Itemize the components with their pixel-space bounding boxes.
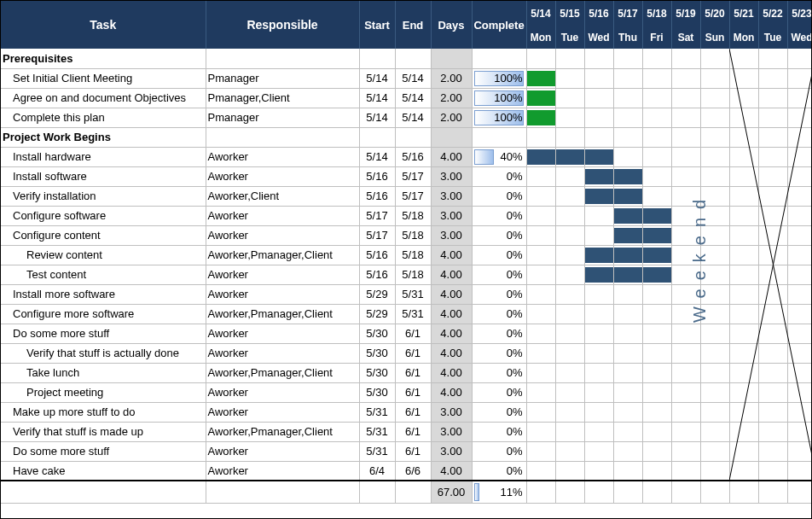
- gantt-cell[interactable]: [555, 284, 584, 304]
- gantt-cell[interactable]: [642, 206, 671, 225]
- table-row[interactable]: Verify installation Aworker,Client 5/16 …: [1, 186, 812, 206]
- gantt-cell[interactable]: [642, 363, 671, 382]
- gantt-cell[interactable]: [555, 225, 584, 245]
- gantt-cell[interactable]: [729, 461, 758, 481]
- gantt-cell[interactable]: [787, 343, 812, 363]
- gantt-cell[interactable]: [526, 49, 555, 68]
- gantt-cell[interactable]: [758, 324, 787, 343]
- gantt-cell[interactable]: [613, 245, 642, 265]
- gantt-cell[interactable]: [642, 166, 671, 186]
- gantt-cell[interactable]: [787, 304, 812, 324]
- gantt-cell[interactable]: [613, 304, 642, 324]
- gantt-cell[interactable]: [700, 441, 729, 461]
- gantt-cell[interactable]: [555, 382, 584, 402]
- gantt-cell[interactable]: [526, 363, 555, 382]
- gantt-cell[interactable]: [700, 284, 729, 304]
- gantt-cell[interactable]: [613, 186, 642, 206]
- gantt-cell[interactable]: [584, 186, 613, 206]
- gantt-cell[interactable]: [700, 166, 729, 186]
- gantt-cell[interactable]: [555, 343, 584, 363]
- gantt-cell[interactable]: [700, 382, 729, 402]
- gantt-cell[interactable]: [729, 49, 758, 68]
- gantt-cell[interactable]: [787, 284, 812, 304]
- gantt-cell[interactable]: [642, 68, 671, 88]
- dow-header[interactable]: Tue: [555, 26, 584, 49]
- gantt-cell[interactable]: [729, 363, 758, 382]
- gantt-cell[interactable]: [555, 481, 584, 503]
- gantt-cell[interactable]: [613, 147, 642, 166]
- table-row[interactable]: Set Initial Client Meeting Pmanager 5/14…: [1, 68, 812, 88]
- gantt-cell[interactable]: [642, 108, 671, 127]
- table-row[interactable]: Make up more stuff to do Aworker 5/31 6/…: [1, 402, 812, 422]
- gantt-cell[interactable]: [671, 68, 700, 88]
- gantt-cell[interactable]: [671, 324, 700, 343]
- date-header[interactable]: 5/17: [613, 1, 642, 26]
- col-start[interactable]: Start: [359, 1, 395, 49]
- gantt-cell[interactable]: [526, 265, 555, 284]
- gantt-cell[interactable]: [758, 186, 787, 206]
- gantt-cell[interactable]: [555, 245, 584, 265]
- gantt-cell[interactable]: [584, 49, 613, 68]
- table-row[interactable]: Complete this plan Pmanager 5/14 5/14 2.…: [1, 108, 812, 127]
- gantt-cell[interactable]: [671, 363, 700, 382]
- gantt-cell[interactable]: [758, 147, 787, 166]
- gantt-cell[interactable]: [671, 284, 700, 304]
- gantt-cell[interactable]: [700, 127, 729, 147]
- gantt-cell[interactable]: [758, 422, 787, 441]
- gantt-cell[interactable]: [729, 343, 758, 363]
- table-row[interactable]: Project meeting Aworker 5/30 6/1 4.00 0%: [1, 382, 812, 402]
- gantt-cell[interactable]: [613, 481, 642, 503]
- gantt-cell[interactable]: [642, 324, 671, 343]
- gantt-cell[interactable]: [671, 382, 700, 402]
- gantt-cell[interactable]: [787, 225, 812, 245]
- gantt-cell[interactable]: [758, 284, 787, 304]
- gantt-cell[interactable]: [555, 127, 584, 147]
- gantt-cell[interactable]: [729, 481, 758, 503]
- gantt-cell[interactable]: [787, 402, 812, 422]
- gantt-cell[interactable]: [671, 108, 700, 127]
- gantt-cell[interactable]: [787, 441, 812, 461]
- gantt-cell[interactable]: [584, 363, 613, 382]
- gantt-cell[interactable]: [613, 363, 642, 382]
- gantt-cell[interactable]: [787, 324, 812, 343]
- date-header[interactable]: 5/23: [787, 1, 812, 26]
- gantt-cell[interactable]: [700, 225, 729, 245]
- gantt-cell[interactable]: [642, 245, 671, 265]
- gantt-cell[interactable]: [584, 108, 613, 127]
- gantt-cell[interactable]: [584, 343, 613, 363]
- date-header[interactable]: 5/16: [584, 1, 613, 26]
- dow-header[interactable]: Wed: [584, 26, 613, 49]
- gantt-cell[interactable]: [758, 382, 787, 402]
- gantt-cell[interactable]: [787, 363, 812, 382]
- gantt-cell[interactable]: [787, 127, 812, 147]
- gantt-cell[interactable]: [613, 284, 642, 304]
- table-row[interactable]: Test content Aworker 5/16 5/18 4.00 0%: [1, 265, 812, 284]
- gantt-cell[interactable]: [700, 49, 729, 68]
- gantt-cell[interactable]: [787, 88, 812, 108]
- table-row[interactable]: Take lunch Aworker,Pmanager,Client 5/30 …: [1, 363, 812, 382]
- gantt-cell[interactable]: [555, 49, 584, 68]
- table-row[interactable]: Agree on and document Objectives Pmanage…: [1, 88, 812, 108]
- gantt-cell[interactable]: [700, 68, 729, 88]
- gantt-cell[interactable]: [642, 225, 671, 245]
- gantt-cell[interactable]: [787, 245, 812, 265]
- gantt-cell[interactable]: [584, 225, 613, 245]
- gantt-cell[interactable]: [671, 225, 700, 245]
- date-header[interactable]: 5/14: [526, 1, 555, 26]
- gantt-cell[interactable]: [584, 88, 613, 108]
- gantt-cell[interactable]: [758, 108, 787, 127]
- section-row[interactable]: Prerequisites: [1, 49, 812, 68]
- gantt-cell[interactable]: [700, 186, 729, 206]
- date-header[interactable]: 5/22: [758, 1, 787, 26]
- gantt-cell[interactable]: [526, 206, 555, 225]
- gantt-cell[interactable]: [758, 245, 787, 265]
- gantt-cell[interactable]: [555, 461, 584, 481]
- table-row[interactable]: Install software Aworker 5/16 5/17 3.00 …: [1, 166, 812, 186]
- gantt-cell[interactable]: [729, 422, 758, 441]
- gantt-cell[interactable]: [787, 382, 812, 402]
- date-header[interactable]: 5/15: [555, 1, 584, 26]
- dow-header[interactable]: Fri: [642, 26, 671, 49]
- dow-header[interactable]: Tue: [758, 26, 787, 49]
- gantt-cell[interactable]: [613, 225, 642, 245]
- gantt-cell[interactable]: [729, 441, 758, 461]
